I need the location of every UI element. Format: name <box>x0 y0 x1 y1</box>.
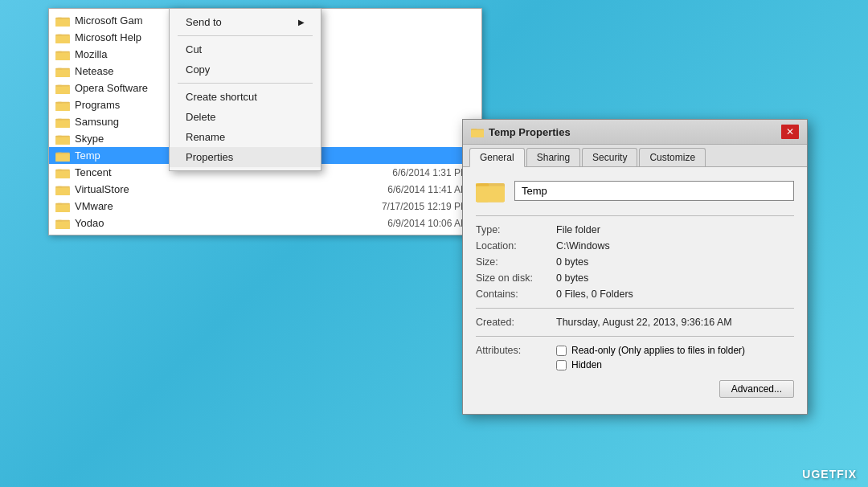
svg-rect-13 <box>55 120 70 128</box>
advanced-button[interactable]: Advanced... <box>719 380 794 398</box>
prop-value: 0 bytes <box>556 272 588 284</box>
file-item-name: Microsoft Help <box>75 31 141 43</box>
prop-label: Contains: <box>476 289 556 300</box>
file-item-name: Skype <box>75 133 104 145</box>
svg-rect-3 <box>55 35 70 43</box>
prop-value: 0 Files, 0 Folders <box>556 289 633 300</box>
file-item[interactable]: VMware7/17/2015 12:19 PM <box>49 198 481 215</box>
svg-rect-5 <box>55 52 70 60</box>
file-item-name: Samsung <box>75 116 119 128</box>
checkbox-read-only[interactable] <box>556 346 567 356</box>
prop-row: Size:0 bytes <box>476 256 794 268</box>
svg-rect-21 <box>55 187 70 195</box>
folder-name-row <box>476 178 794 203</box>
ctx-item-label: Properties <box>186 151 233 163</box>
ctx-item-copy[interactable]: Copy <box>170 59 321 80</box>
file-item[interactable]: Yodao6/9/2014 10:06 AM <box>49 215 481 231</box>
prop-row: Location:C:\Windows <box>476 240 794 252</box>
svg-rect-28 <box>471 130 484 137</box>
prop-label: Size on disk: <box>476 272 556 284</box>
svg-rect-1 <box>55 18 70 27</box>
ctx-item-label: Delete <box>186 111 216 123</box>
svg-rect-11 <box>55 103 70 111</box>
ctx-item-rename[interactable]: Rename <box>170 127 321 147</box>
svg-rect-7 <box>55 69 70 77</box>
folder-name-input[interactable] <box>514 181 794 201</box>
file-item-name: Yodao <box>75 217 104 229</box>
dialog-titlebar: Temp Properties ✕ <box>463 120 807 145</box>
ctx-item-label: Rename <box>186 131 225 143</box>
file-item-name: Netease <box>75 65 113 77</box>
dialog-tab-sharing[interactable]: Sharing <box>526 148 580 166</box>
dialog-tab-general[interactable]: General <box>469 148 525 167</box>
properties-rows: Type:File folderLocation:C:\WindowsSize:… <box>476 224 794 328</box>
checkbox-label: Read-only (Only applies to files in fold… <box>571 345 745 356</box>
dialog-tab-customize[interactable]: Customize <box>639 148 706 166</box>
checkbox-row: Hidden <box>556 359 794 370</box>
prop-divider-contains <box>476 308 794 309</box>
context-menu: Send to▶CutCopyCreate shortcutDeleteRena… <box>169 8 321 171</box>
ctx-item-label: Send to <box>186 16 222 28</box>
dialog-title-folder-icon <box>471 127 484 137</box>
file-item-name: Temp <box>75 149 100 162</box>
ctx-item-cut[interactable]: Cut <box>170 39 321 59</box>
prop-label: Size: <box>476 256 556 268</box>
file-item[interactable]: VirtualStore6/6/2014 11:41 AM <box>49 181 481 198</box>
file-item-name: Tencent <box>75 166 112 178</box>
prop-value: File folder <box>556 224 600 235</box>
attributes-label: Attributes: <box>476 345 556 356</box>
ctx-item-send-to[interactable]: Send to▶ <box>170 12 321 32</box>
dialog-tab-security[interactable]: Security <box>582 148 637 166</box>
ctx-item-label: Cut <box>186 43 202 55</box>
svg-rect-17 <box>55 153 70 162</box>
big-folder-icon <box>476 178 505 203</box>
prop-row: Size on disk:0 bytes <box>476 272 794 284</box>
dialog-close-button[interactable]: ✕ <box>781 125 799 139</box>
prop-divider-2 <box>476 336 794 337</box>
prop-value: C:\Windows <box>556 240 610 252</box>
ctx-item-delete[interactable]: Delete <box>170 107 321 127</box>
file-item-date: 7/17/2015 12:19 PM <box>382 201 475 212</box>
watermark: UGETFIX <box>802 468 857 481</box>
dialog-tabs: GeneralSharingSecurityCustomize <box>463 145 807 167</box>
dialog-content: Type:File folderLocation:C:\WindowsSize:… <box>463 167 807 414</box>
checkbox-row: Read-only (Only applies to files in fold… <box>556 345 794 356</box>
properties-dialog: Temp Properties ✕ GeneralSharingSecurity… <box>462 119 808 415</box>
svg-rect-25 <box>55 221 70 229</box>
svg-rect-9 <box>55 86 70 94</box>
prop-label: Created: <box>476 317 556 328</box>
prop-label: Type: <box>476 224 556 235</box>
ctx-item-properties[interactable]: Properties <box>170 147 321 167</box>
svg-rect-23 <box>55 204 70 212</box>
ctx-item-create-shortcut[interactable]: Create shortcut <box>170 87 321 107</box>
ctx-separator <box>178 83 313 84</box>
prop-row: Type:File folder <box>476 224 794 235</box>
file-item-name: VMware <box>75 200 113 212</box>
file-item-name: Programs <box>75 99 120 111</box>
prop-value: 0 bytes <box>556 256 588 268</box>
checkboxes-container: Read-only (Only applies to files in fold… <box>556 345 794 370</box>
file-item-name: Mozilla <box>75 48 107 60</box>
checkbox-label: Hidden <box>571 359 602 370</box>
prop-value: Thursday, August 22, 2013, 9:36:16 AM <box>556 317 732 328</box>
ctx-submenu-arrow: ▶ <box>298 18 305 27</box>
file-item-name: Microsoft Gam <box>75 14 143 27</box>
file-item-name: Opera Software <box>75 82 148 94</box>
ctx-separator <box>178 35 313 36</box>
svg-rect-15 <box>55 137 70 145</box>
checkbox-hidden[interactable] <box>556 360 567 370</box>
prop-divider-1 <box>476 215 794 216</box>
svg-rect-19 <box>55 170 70 178</box>
file-item-name: VirtualStore <box>75 183 129 195</box>
prop-row: Created:Thursday, August 22, 2013, 9:36:… <box>476 317 794 328</box>
attributes-section: Attributes: Read-only (Only applies to f… <box>476 345 794 398</box>
svg-rect-31 <box>476 186 505 203</box>
prop-label: Location: <box>476 240 556 252</box>
prop-row: Contains:0 Files, 0 Folders <box>476 289 794 300</box>
ctx-item-label: Copy <box>186 63 210 76</box>
dialog-title-text: Temp Properties <box>489 126 571 138</box>
ctx-item-label: Create shortcut <box>186 91 257 103</box>
